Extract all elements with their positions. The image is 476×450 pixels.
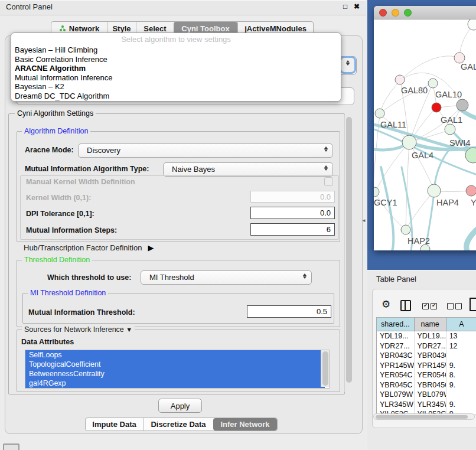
table-column-header[interactable]: name [415, 318, 446, 331]
network-node[interactable] [374, 187, 379, 197]
collapse-arrow-icon[interactable]: ▼ [126, 326, 132, 333]
network-node[interactable] [457, 99, 468, 111]
table-cell: YDR27... [415, 341, 446, 351]
attributes-list-scrollbar[interactable] [321, 350, 329, 387]
tab-label: Impute Data [92, 420, 136, 429]
expand-arrow-icon[interactable]: ▶ [148, 243, 154, 252]
attribute-item[interactable]: TopologicalCoefficient [25, 360, 325, 369]
scrollbar-thumb[interactable] [376, 415, 468, 419]
spinner-icon [324, 165, 328, 171]
network-canvas[interactable]: GALGAL80GAL10GAL1GAL11GAL4SWI4GCY1HAP4YH… [374, 19, 476, 250]
network-node-label: HAP4 [436, 198, 459, 207]
data-attributes-list[interactable]: SelfLoopsTopologicalCoefficientBetweenne… [25, 350, 330, 389]
table-cell: 9. [446, 380, 476, 390]
mi-threshold-input[interactable] [247, 305, 331, 318]
algorithm-option[interactable]: Mutual Information Inference [11, 73, 341, 83]
hub-definition-expander[interactable]: Hub/Transcription Factor Definition ▶ [24, 243, 154, 252]
split-view-icon[interactable] [400, 300, 411, 311]
table-row[interactable]: YBR045CYBR045C9. [377, 380, 476, 390]
network-node[interactable] [445, 124, 455, 135]
settings-vertical-scrollbar[interactable] [344, 115, 353, 392]
tab-discretize-data[interactable]: Discretize Data [143, 418, 213, 431]
kernel-width-label: Kernel Width (0,1): [26, 194, 91, 202]
table-horizontal-scrollbar[interactable] [373, 413, 475, 420]
network-node[interactable] [395, 75, 405, 84]
which-threshold-combobox[interactable]: MI Threshold [141, 270, 312, 285]
document-icon[interactable] [470, 298, 476, 311]
tab-label: Network [69, 24, 99, 33]
table-cell: YPR145W [377, 361, 415, 371]
network-node[interactable] [468, 19, 476, 30]
network-node[interactable] [428, 79, 438, 88]
table-row[interactable]: YPR145WYPR145W9. [377, 361, 476, 371]
algorithm-option[interactable]: Bayesian – Hill Climbing [11, 45, 341, 55]
network-window[interactable]: GALGAL80GAL10GAL1GAL11GAL4SWI4GCY1HAP4YH… [374, 6, 476, 250]
combobox-value: Naive Bayes [172, 165, 215, 174]
table-row[interactable]: YDL19...YDL19...13 [377, 331, 476, 341]
algorithm-option[interactable]: ARACNE Algorithm [11, 64, 341, 73]
manual-kernel-width-checkbox[interactable] [324, 177, 333, 186]
unchecked-boxes-icon[interactable] [447, 303, 462, 309]
table-cell [446, 351, 476, 361]
algorithm-dropdown-popup: Select algorithm to view settings Bayesi… [11, 32, 341, 102]
aracne-mode-combobox[interactable]: Discovery [78, 144, 333, 158]
algorithm-option[interactable]: Dream8 DC_TDC Algorithm [11, 92, 341, 101]
sources-group-title[interactable]: Sources for Network Inference ▼ [22, 325, 135, 334]
table-column-header[interactable]: shared... [377, 318, 415, 331]
dpi-tolerance-input[interactable] [250, 207, 335, 219]
network-node-label: GAL80 [401, 86, 428, 95]
table-column-header[interactable]: A [446, 318, 476, 331]
bottom-tabs: Impute Data Discretize Data Infer Networ… [85, 418, 278, 431]
attribute-item[interactable]: BetweennessCentrality [25, 369, 325, 379]
mi-steps-input[interactable] [250, 223, 335, 236]
zoom-traffic-light-icon[interactable] [404, 9, 412, 17]
network-node[interactable] [402, 135, 416, 149]
attribute-item[interactable]: gal4RGexp [25, 379, 325, 388]
spinner-icon [303, 273, 307, 279]
table-row[interactable]: YBL079WYBL079W [377, 390, 476, 400]
table-cell: YBR043C [377, 351, 415, 361]
table-cell: YDR27... [377, 341, 415, 351]
close-traffic-light-icon[interactable] [379, 9, 387, 17]
scrollbar-thumb[interactable] [346, 117, 352, 383]
tab-impute-data[interactable]: Impute Data [86, 418, 143, 431]
minimize-traffic-light-icon[interactable] [392, 9, 399, 17]
network-window-titlebar[interactable] [374, 6, 476, 19]
tab-label: Style [112, 24, 131, 33]
mi-algorithm-type-combobox[interactable]: Naive Bayes [163, 162, 333, 177]
aracne-mode-label: Aracne Mode: [25, 146, 74, 154]
close-icon[interactable]: ✖ [354, 2, 360, 11]
table-row[interactable]: YDR27...YDR27...12 [377, 341, 476, 351]
panel-splitter-handle[interactable]: ◄ [361, 218, 366, 223]
combobox-arrow-button[interactable] [341, 58, 354, 72]
collapsed-panel-handle[interactable] [3, 444, 19, 450]
network-node-label: SWI4 [449, 138, 470, 148]
control-panel-titlebar [0, 0, 366, 15]
algorithm-option[interactable]: Basic Correlation Inference [11, 55, 341, 64]
mi-algorithm-type-label: Mutual Information Algorithm Type: [25, 165, 149, 173]
checked-boxes-icon[interactable]: ✔✔ [422, 303, 437, 309]
network-node[interactable] [401, 225, 410, 234]
table-row[interactable]: YLR345WYLR345W9. [377, 400, 476, 410]
algorithm-dropdown-list: Bayesian – Hill ClimbingBasic Correlatio… [11, 45, 341, 100]
table-cell: YBR045C [377, 380, 415, 390]
network-node-label: GAL1 [441, 115, 462, 125]
attribute-item[interactable]: SelfLoops [25, 350, 325, 360]
network-node[interactable] [428, 184, 441, 197]
tab-infer-network[interactable]: Infer Network [213, 418, 277, 431]
network-node[interactable] [375, 109, 384, 118]
tab-label: jActiveMNodules [244, 24, 307, 33]
table-row[interactable]: YER054CYER054C8. [377, 370, 476, 380]
network-node-label: GAL10 [435, 90, 462, 99]
kernel-width-input[interactable] [250, 191, 335, 203]
float-window-icon[interactable]: □ [343, 2, 347, 11]
apply-button[interactable]: Apply [158, 399, 202, 413]
gear-icon[interactable]: ⚙ [382, 298, 390, 311]
table-row[interactable]: YBR043CYBR043C [377, 351, 476, 361]
algorithm-option[interactable]: Bayesian – K2 [11, 82, 341, 92]
scrollbar-thumb[interactable] [322, 351, 328, 386]
table-cell: 9. [446, 361, 476, 371]
spinner-icon [324, 146, 328, 152]
network-node[interactable] [466, 185, 476, 196]
network-node[interactable] [432, 103, 441, 112]
